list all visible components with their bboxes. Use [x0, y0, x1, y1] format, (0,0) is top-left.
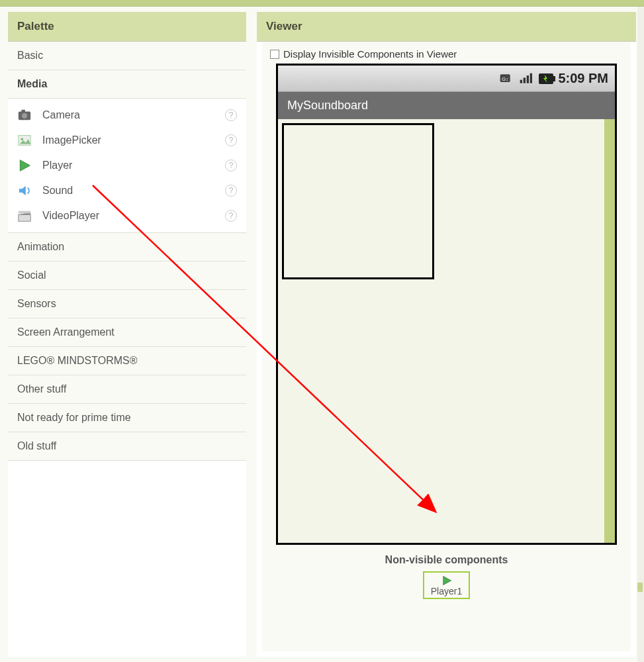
- right-edge-strip: [637, 7, 644, 662]
- palette-category-lego[interactable]: LEGO® MINDSTORMS®: [8, 347, 246, 375]
- help-icon[interactable]: ?: [225, 185, 237, 197]
- signal-icon: [518, 72, 533, 85]
- palette-category-screen-arrangement[interactable]: Screen Arrangement: [8, 318, 246, 347]
- palette-item-label: VideoPlayer: [42, 210, 214, 222]
- status-time: 5:09 PM: [558, 71, 608, 86]
- nonvisible-components-label: Non-visible components: [385, 554, 508, 566]
- palette-item-camera[interactable]: Camera ?: [8, 103, 246, 128]
- svg-rect-14: [524, 77, 526, 83]
- palette-item-imagepicker[interactable]: ImagePicker ?: [8, 128, 246, 153]
- checkbox-label: Display Invisible Components in Viewer: [283, 48, 457, 60]
- palette-category-old[interactable]: Old stuff: [8, 432, 246, 461]
- svg-rect-13: [520, 79, 522, 83]
- svg-point-4: [21, 138, 24, 140]
- palette-item-player[interactable]: Player ?: [8, 153, 246, 178]
- help-icon[interactable]: ?: [225, 160, 237, 171]
- svg-rect-16: [530, 73, 532, 83]
- top-accent-bar: [0, 0, 644, 7]
- design-canvas[interactable]: [278, 119, 615, 543]
- palette-item-label: Player: [42, 160, 214, 171]
- palette-category-other[interactable]: Other stuff: [8, 375, 246, 404]
- sound-icon: [17, 183, 32, 198]
- svg-marker-20: [443, 576, 451, 585]
- nonvisible-component-label: Player1: [431, 586, 462, 596]
- svg-rect-10: [19, 211, 30, 214]
- svg-marker-6: [20, 160, 30, 171]
- nonvisible-component-player1[interactable]: Player1: [423, 571, 470, 599]
- help-icon[interactable]: ?: [225, 109, 237, 121]
- svg-text:G↕: G↕: [502, 75, 509, 81]
- palette-item-label: Sound: [42, 185, 214, 197]
- svg-rect-8: [19, 214, 30, 221]
- battery-icon: [538, 72, 553, 85]
- palette-panel: Palette Basic Media Camera ? ImagePicker…: [8, 12, 246, 657]
- scroll-indicator: [604, 119, 615, 543]
- play-icon: [17, 158, 32, 173]
- help-icon[interactable]: ?: [225, 210, 237, 222]
- palette-category-sensors[interactable]: Sensors: [8, 290, 246, 318]
- network-icon: G↕: [498, 72, 513, 85]
- palette-item-label: Camera: [42, 109, 214, 121]
- viewer-title: Viewer: [257, 12, 636, 42]
- palette-item-videoplayer[interactable]: VideoPlayer ?: [8, 203, 246, 228]
- palette-category-social[interactable]: Social: [8, 261, 246, 290]
- status-bar: G↕ 5:09 PM: [278, 66, 615, 92]
- svg-rect-18: [553, 76, 555, 81]
- palette-media-items: Camera ? ImagePicker ? Player ?: [8, 99, 246, 233]
- palette-item-label: ImagePicker: [42, 134, 214, 146]
- svg-marker-7: [19, 186, 26, 196]
- app-title-bar: MySoundboard: [278, 92, 615, 119]
- clap-icon: [17, 209, 32, 223]
- palette-item-sound[interactable]: Sound ?: [8, 178, 246, 203]
- phone-preview: G↕ 5:09 PM MySoundboard: [276, 64, 617, 545]
- palette-category-media[interactable]: Media: [8, 70, 246, 99]
- checkbox-icon: [270, 50, 279, 59]
- camera-icon: [17, 108, 32, 122]
- palette-category-basic[interactable]: Basic: [8, 42, 246, 70]
- canvas-button-component[interactable]: [282, 123, 434, 279]
- image-icon: [17, 133, 32, 148]
- display-invisible-checkbox[interactable]: Display Invisible Components in Viewer: [269, 48, 457, 64]
- svg-rect-15: [527, 75, 529, 83]
- svg-point-1: [22, 113, 27, 118]
- viewer-panel: Viewer Display Invisible Components in V…: [257, 12, 636, 657]
- palette-category-animation[interactable]: Animation: [8, 233, 246, 261]
- svg-rect-2: [21, 110, 25, 113]
- play-icon: [440, 575, 453, 586]
- help-icon[interactable]: ?: [225, 134, 237, 146]
- palette-title: Palette: [8, 12, 246, 42]
- palette-category-notready[interactable]: Not ready for prime time: [8, 404, 246, 432]
